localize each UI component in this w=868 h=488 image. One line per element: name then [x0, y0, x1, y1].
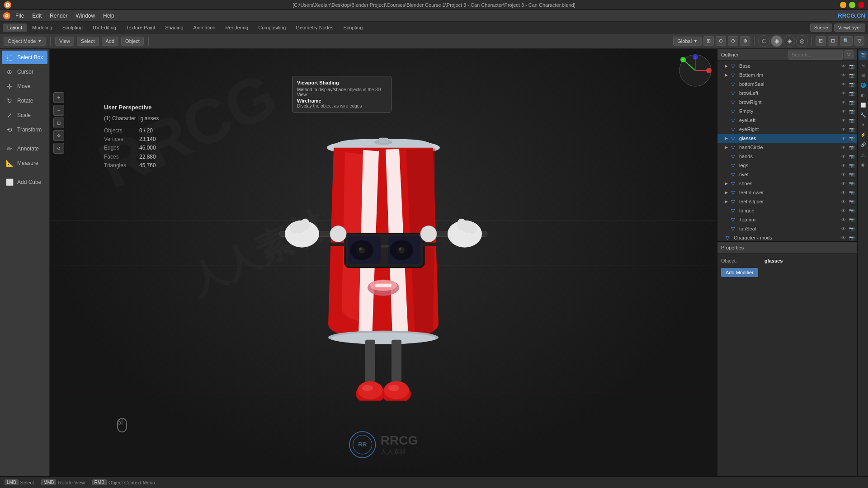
- tool-annotate[interactable]: ✏ Annotate: [2, 142, 47, 155]
- material-preview-btn[interactable]: ◈: [783, 35, 795, 47]
- outliner-item-shoes[interactable]: ▶▽shoes👁📷: [717, 179, 857, 188]
- material-props-icon[interactable]: ◉: [859, 160, 868, 169]
- render-visibility-icon[interactable]: 📷: [848, 153, 855, 160]
- render-visibility-icon[interactable]: 📷: [848, 234, 855, 241]
- render-props-icon[interactable]: 🎬: [859, 51, 868, 60]
- outliner-item-base[interactable]: ▶▽Base👁📷: [717, 61, 857, 70]
- minimize-button[interactable]: [840, 2, 846, 8]
- menu-edit[interactable]: Edit: [28, 12, 45, 20]
- tab-uv-editing[interactable]: UV Editing: [88, 23, 121, 32]
- outliner-item-rivet[interactable]: ▽rivet👁📷: [717, 170, 857, 179]
- zoom-out-btn[interactable]: −: [53, 105, 64, 116]
- tab-modeling[interactable]: Modeling: [28, 23, 57, 32]
- tab-compositing[interactable]: Compositing: [254, 23, 290, 32]
- visibility-toggle-icon[interactable]: 👁: [840, 144, 847, 151]
- visibility-toggle-icon[interactable]: 👁: [840, 234, 847, 241]
- visibility-toggle-icon[interactable]: 👁: [840, 80, 847, 88]
- render-visibility-icon[interactable]: 📷: [848, 89, 855, 97]
- object-mode-dropdown[interactable]: Object Mode ▼: [4, 37, 46, 46]
- search-btn[interactable]: 🔍: [840, 36, 853, 46]
- tool-select-box[interactable]: ⬚ Select Box: [2, 51, 47, 64]
- tab-rendering[interactable]: Rendering: [221, 23, 253, 32]
- outliner-item-eyeright[interactable]: ▽eyeRight👁📷: [717, 125, 857, 134]
- tab-layout[interactable]: Layout: [3, 23, 27, 32]
- menu-window[interactable]: Window: [72, 12, 99, 20]
- constraints-props-icon[interactable]: 🔗: [859, 140, 868, 149]
- render-visibility-icon[interactable]: 📷: [848, 117, 855, 124]
- visibility-toggle-icon[interactable]: 👁: [840, 117, 847, 124]
- outliner-search-input[interactable]: [788, 50, 843, 60]
- tab-texture-paint[interactable]: Texture Paint: [122, 23, 160, 32]
- visibility-toggle-icon[interactable]: 👁: [840, 153, 847, 160]
- tool-add-cube[interactable]: ⬜ Add Cube: [2, 175, 47, 189]
- outliner-item-glasses[interactable]: ▶▽glasses👁📷: [717, 134, 857, 143]
- transform-orient[interactable]: ⊗: [740, 36, 750, 46]
- render-visibility-icon[interactable]: 📷: [848, 99, 855, 106]
- filter-btn[interactable]: ▽: [854, 36, 864, 46]
- outliner-item-hands[interactable]: ▽hands👁📷: [717, 152, 857, 161]
- wireframe-shading-btn[interactable]: ⬡: [758, 35, 770, 47]
- outliner-item-bottomseal[interactable]: ▽bottomSeal👁📷: [717, 80, 857, 89]
- outliner-item-character---mods[interactable]: ▽Character - mods👁📷: [717, 233, 857, 241]
- visibility-toggle-icon[interactable]: 👁: [840, 71, 847, 79]
- render-visibility-icon[interactable]: 📷: [848, 135, 855, 142]
- modifier-props-icon[interactable]: 🔧: [859, 110, 868, 119]
- visibility-toggle-icon[interactable]: 👁: [840, 89, 847, 97]
- visibility-toggle-icon[interactable]: 👁: [840, 198, 847, 205]
- view-layer-props-icon[interactable]: ⊞: [859, 70, 868, 80]
- select-menu[interactable]: Select: [77, 37, 99, 46]
- close-button[interactable]: [858, 2, 864, 8]
- tab-scripting[interactable]: Scripting: [339, 23, 367, 32]
- outliner-item-teethlower[interactable]: ▶▽teethLower👁📷: [717, 188, 857, 197]
- transform-pivot[interactable]: ⊕: [728, 36, 738, 46]
- outliner-item-eyeleft[interactable]: ▽eyeLeft👁📷: [717, 116, 857, 125]
- render-visibility-icon[interactable]: 📷: [848, 144, 855, 151]
- visibility-toggle-icon[interactable]: 👁: [840, 99, 847, 106]
- render-visibility-icon[interactable]: 📷: [848, 71, 855, 79]
- visibility-toggle-icon[interactable]: 👁: [840, 189, 847, 196]
- visibility-toggle-icon[interactable]: 👁: [840, 180, 847, 187]
- visibility-toggle-icon[interactable]: 👁: [840, 162, 847, 169]
- viewport[interactable]: RRCG 人人素材 User Perspective (1) Character…: [50, 49, 717, 476]
- scene-props-icon[interactable]: 🌐: [859, 80, 868, 89]
- tab-shading[interactable]: Shading: [160, 23, 188, 32]
- render-visibility-icon[interactable]: 📷: [848, 189, 855, 196]
- render-visibility-icon[interactable]: 📷: [848, 62, 855, 70]
- visibility-toggle-icon[interactable]: 👁: [840, 216, 847, 223]
- outliner-item-browleft[interactable]: ▽browLeft👁📷: [717, 89, 857, 98]
- solid-shading-btn[interactable]: ◉: [771, 35, 783, 47]
- outliner-item-teethupper[interactable]: ▶▽teethUpper👁📷: [717, 197, 857, 206]
- data-props-icon[interactable]: △: [859, 150, 868, 159]
- world-props-icon[interactable]: ◐: [859, 90, 868, 99]
- visibility-toggle-icon[interactable]: 👁: [840, 62, 847, 70]
- render-visibility-icon[interactable]: 📷: [848, 126, 855, 133]
- visibility-toggle-icon[interactable]: 👁: [840, 126, 847, 133]
- render-visibility-icon[interactable]: 📷: [848, 80, 855, 88]
- tool-rotate[interactable]: ↻ Rotate: [2, 94, 47, 108]
- outliner-filter-btn[interactable]: ▽: [844, 50, 854, 59]
- visibility-toggle-icon[interactable]: 👁: [840, 171, 847, 178]
- view-menu[interactable]: View: [55, 37, 74, 46]
- scene-selector[interactable]: Scene: [810, 23, 832, 32]
- xray-toggle[interactable]: ⊡: [828, 36, 838, 46]
- outliner-item-browright[interactable]: ▽browRight👁📷: [717, 98, 857, 107]
- outliner-item-top-rim[interactable]: ▽Top rim👁📷: [717, 215, 857, 224]
- proportional-edit[interactable]: ⊙: [716, 36, 726, 46]
- view-layer-selector[interactable]: ViewLayer: [834, 23, 865, 32]
- overlay-toggle[interactable]: ⊞: [816, 36, 826, 46]
- render-visibility-icon[interactable]: 📷: [848, 198, 855, 205]
- object-menu[interactable]: Object: [121, 37, 144, 46]
- tool-transform[interactable]: ⟲ Transform: [2, 123, 47, 136]
- global-transform-dropdown[interactable]: Global ▼: [673, 37, 702, 46]
- render-visibility-icon[interactable]: 📷: [848, 162, 855, 169]
- add-menu[interactable]: Add: [102, 37, 119, 46]
- object-props-icon[interactable]: ⬜: [859, 100, 868, 109]
- tab-sculpting[interactable]: Sculpting: [58, 23, 87, 32]
- tool-scale[interactable]: ⤢ Scale: [2, 108, 47, 122]
- outliner-item-tongue[interactable]: ▽tongue👁📷: [717, 206, 857, 215]
- tab-geometry-nodes[interactable]: Geometry Nodes: [291, 23, 338, 32]
- maximize-button[interactable]: [849, 2, 855, 8]
- tool-cursor[interactable]: ⊕ Cursor: [2, 65, 47, 79]
- render-visibility-icon[interactable]: 📷: [848, 207, 855, 214]
- visibility-toggle-icon[interactable]: 👁: [840, 207, 847, 214]
